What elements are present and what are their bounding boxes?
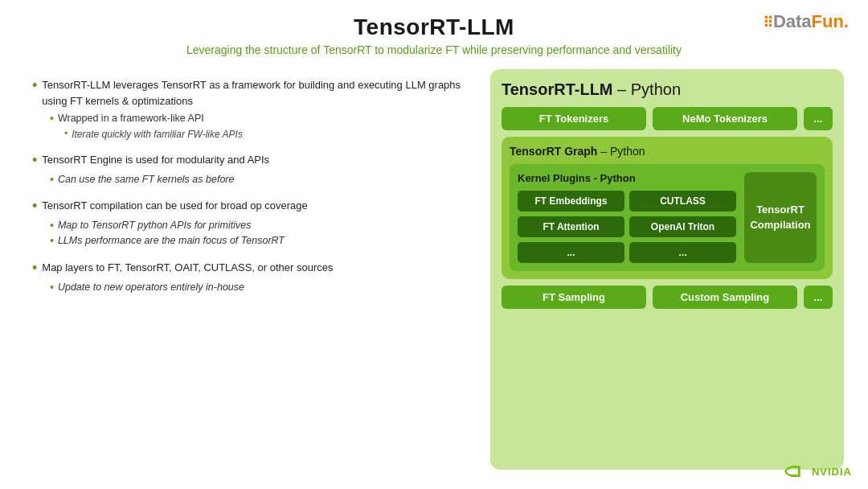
bullet-4-subs: Update to new operators entirely in-hous… <box>50 281 466 295</box>
tokenizers-more-btn: ... <box>804 107 833 130</box>
sub-bullet-3-1: Map to TensorRT python APIs for primitiv… <box>50 219 466 233</box>
openai-triton-btn: OpenAI Triton <box>629 216 736 237</box>
sub-bullet-3-1-text: Map to TensorRT python APIs for primitiv… <box>58 219 252 233</box>
sub-bullet-2-1: Can use the same FT kernels as before <box>50 173 466 187</box>
kernel-more-left-btn: ... <box>518 242 624 263</box>
ft-tokenizers-btn: FT Tokenizers <box>502 107 646 130</box>
graph-title-suffix: – Python <box>597 145 645 158</box>
diagram-title-suffix: – Python <box>613 80 682 98</box>
bullet-2-subs: Can use the same FT kernels as before <box>50 173 466 187</box>
bullet-4-main: Map layers to FT, TensorRT, OAIT, CUTLAS… <box>32 260 466 277</box>
subsub-bullets-1: Iterate quickly with familiar FW-like AP… <box>64 128 466 142</box>
logo-dots: ⠿ <box>763 14 773 31</box>
bullet-4-text: Map layers to FT, TensorRT, OAIT, CUTLAS… <box>42 260 466 276</box>
kernel-left: Kernel Plugins - Python FT Embeddings CU… <box>518 172 736 263</box>
tokenizers-row: FT Tokenizers NeMo Tokenizers ... <box>502 107 833 130</box>
sub-bullet-3-2: LLMs performance are the main focus of T… <box>50 234 466 249</box>
logo-data: Data <box>773 11 812 31</box>
left-column: TensorRT-LLM leverages TensorRT as a fra… <box>32 69 466 470</box>
sampling-row: FT Sampling Custom Sampling ... <box>502 286 833 309</box>
ft-attention-btn: FT Attention <box>518 216 624 237</box>
bullet-2-main: TensorRT Engine is used for modularity a… <box>32 152 466 170</box>
right-column: TensorRT-LLM – Python FT Tokenizers NeMo… <box>490 69 844 470</box>
graph-title-bold: TensorRT Graph <box>510 145 597 158</box>
nvidia-icon <box>784 463 807 479</box>
page-header: TensorRT-LLM Leveraging the structure of… <box>0 0 868 61</box>
ft-sampling-btn: FT Sampling <box>502 286 646 309</box>
tensorrt-graph-box: TensorRT Graph – Python Kernel Plugins -… <box>502 137 833 279</box>
page-title: TensorRT-LLM <box>0 14 868 40</box>
nvidia-logo: NVIDIA <box>784 463 852 479</box>
sub-bullet-4-1: Update to new operators entirely in-hous… <box>50 281 466 295</box>
bullet-1-main: TensorRT-LLM leverages TensorRT as a fra… <box>32 77 466 109</box>
bullet-3-subs: Map to TensorRT python APIs for primitiv… <box>50 219 466 249</box>
sub-bullet-1-1-text: Wrapped in a framework-like API <box>58 112 204 126</box>
bullet-1-text: TensorRT-LLM leverages TensorRT as a fra… <box>42 77 466 109</box>
bullet-3-main: TensorRT compilation can be used for bro… <box>32 198 466 216</box>
bullet-section-1: TensorRT-LLM leverages TensorRT as a fra… <box>32 77 466 141</box>
sub-bullet-1-1: Wrapped in a framework-like API <box>50 112 466 126</box>
custom-sampling-btn: Custom Sampling <box>653 286 797 309</box>
bullet-1-subs: Wrapped in a framework-like API Iterate … <box>50 112 466 141</box>
kernel-plugins-box: Kernel Plugins - Python FT Embeddings CU… <box>510 164 825 271</box>
sub-bullet-4-1-text: Update to new operators entirely in-hous… <box>58 281 244 295</box>
nvidia-text: NVIDIA <box>812 466 852 478</box>
bullet-2-text: TensorRT Engine is used for modularity a… <box>42 152 466 168</box>
bullet-section-2: TensorRT Engine is used for modularity a… <box>32 152 466 187</box>
cutlass-btn: CUTLASS <box>629 191 736 212</box>
diagram-title-bold: TensorRT-LLM <box>502 80 613 98</box>
diagram-container: TensorRT-LLM – Python FT Tokenizers NeMo… <box>490 69 844 470</box>
graph-title: TensorRT Graph – Python <box>510 145 825 158</box>
kernel-grid: FT Embeddings CUTLASS FT Attention OpenA… <box>518 191 736 263</box>
main-content: TensorRT-LLM leverages TensorRT as a fra… <box>0 61 868 478</box>
subsub-bullet-1-1: Iterate quickly with familiar FW-like AP… <box>64 128 466 142</box>
sub-bullet-2-1-text: Can use the same FT kernels as before <box>58 173 235 187</box>
sub-bullet-3-2-text: LLMs performance are the main focus of T… <box>58 234 285 249</box>
logo-fun: Fun. <box>812 11 849 31</box>
sampling-more-btn: ... <box>804 286 833 309</box>
bullet-section-4: Map layers to FT, TensorRT, OAIT, CUTLAS… <box>32 260 466 294</box>
ft-embeddings-btn: FT Embeddings <box>518 191 624 212</box>
datafun-logo: ⠿DataFun. <box>763 11 849 32</box>
bullet-section-3: TensorRT compilation can be used for bro… <box>32 198 466 249</box>
subsub-text-1-1: Iterate quickly with familiar FW-like AP… <box>72 128 243 142</box>
page-subtitle: Leveraging the structure of TensorRT to … <box>0 43 868 56</box>
kernel-title: Kernel Plugins - Python <box>518 172 736 184</box>
bullet-3-text: TensorRT compilation can be used for bro… <box>42 198 466 214</box>
tensorrt-compilation-box: TensorRTCompilation <box>744 172 817 263</box>
diagram-title: TensorRT-LLM – Python <box>502 80 833 99</box>
kernel-more-right-btn: ... <box>629 242 736 263</box>
nemo-tokenizers-btn: NeMo Tokenizers <box>653 107 797 130</box>
